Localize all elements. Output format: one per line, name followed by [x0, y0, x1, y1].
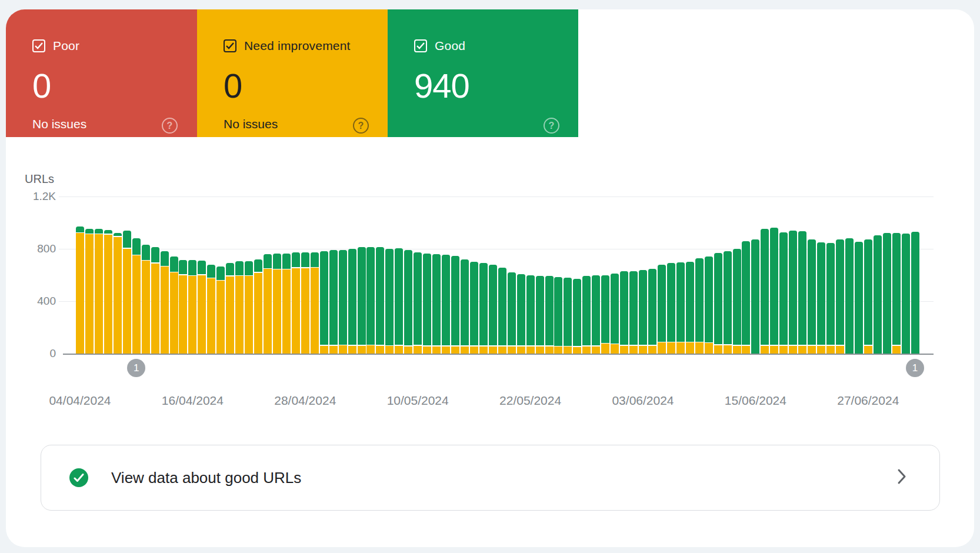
annotation-badge[interactable]: 1: [127, 359, 145, 377]
chart-bar[interactable]: [826, 243, 835, 354]
chart-bar[interactable]: [798, 231, 806, 354]
chart-bar[interactable]: [339, 250, 347, 354]
chart-bar[interactable]: [132, 238, 141, 354]
chart-bar[interactable]: [142, 245, 150, 354]
chart-bar[interactable]: [188, 260, 196, 354]
chart-bar[interactable]: [902, 234, 910, 354]
chart-bar[interactable]: [479, 263, 488, 354]
chart-bar[interactable]: [348, 249, 356, 354]
chart-bar[interactable]: [442, 255, 450, 354]
chart-bar[interactable]: [836, 239, 844, 354]
chart-bar[interactable]: [123, 231, 131, 354]
help-icon[interactable]: ?: [544, 118, 559, 134]
view-good-urls-card[interactable]: View data about good URLs: [41, 445, 940, 511]
chart-bar[interactable]: [808, 239, 816, 354]
chart-bar[interactable]: [508, 272, 516, 354]
chart-bar[interactable]: [620, 271, 628, 354]
chart-bar[interactable]: [573, 279, 581, 354]
chart-bar[interactable]: [779, 232, 788, 354]
chart-bar[interactable]: [161, 251, 169, 354]
chart-bar[interactable]: [705, 256, 713, 354]
chart-bar[interactable]: [470, 262, 478, 354]
chart-bar[interactable]: [648, 269, 656, 354]
chart-bar[interactable]: [883, 233, 891, 354]
chart-bar[interactable]: [114, 233, 122, 354]
chart-bar[interactable]: [198, 261, 206, 354]
chart-bar[interactable]: [216, 266, 225, 354]
chart-bar[interactable]: [892, 233, 901, 354]
chart-bar[interactable]: [742, 241, 750, 354]
chart-bar[interactable]: [301, 252, 309, 354]
chart-bar[interactable]: [245, 261, 253, 354]
chart-bar[interactable]: [695, 258, 704, 354]
help-icon[interactable]: ?: [162, 118, 178, 134]
chart-bar[interactable]: [817, 242, 825, 354]
chart-bar[interactable]: [104, 230, 112, 354]
need-improvement-checkbox-icon[interactable]: [224, 39, 236, 52]
chart-bar[interactable]: [751, 239, 759, 354]
good-segment: [855, 242, 863, 354]
chart-bar[interactable]: [526, 275, 535, 354]
chart-bar[interactable]: [395, 248, 403, 354]
chart-bar[interactable]: [498, 268, 506, 354]
chart-bar[interactable]: [911, 232, 919, 354]
chart-bar[interactable]: [76, 226, 84, 354]
chart-bar[interactable]: [404, 250, 412, 354]
chart-bar[interactable]: [761, 229, 769, 354]
chart-bar[interactable]: [432, 254, 441, 354]
chart-bar[interactable]: [414, 252, 422, 354]
chart-bar[interactable]: [179, 260, 187, 354]
chart-bar[interactable]: [639, 270, 647, 354]
chart-bar[interactable]: [874, 235, 882, 354]
chart-bar[interactable]: [582, 276, 591, 354]
chart-bar[interactable]: [151, 247, 159, 354]
chart-bar[interactable]: [517, 274, 525, 354]
chart-bar[interactable]: [554, 277, 562, 354]
chart-bar[interactable]: [770, 228, 778, 354]
chart-bar[interactable]: [282, 254, 291, 354]
good-checkbox-icon[interactable]: [414, 39, 427, 52]
chart-bar[interactable]: [85, 229, 94, 354]
chart-bar[interactable]: [564, 278, 572, 354]
chart-bar[interactable]: [385, 249, 394, 354]
chart-bar[interactable]: [733, 249, 741, 354]
chart-bar[interactable]: [170, 256, 178, 354]
chart-bar[interactable]: [855, 242, 863, 354]
chart-bar[interactable]: [667, 263, 675, 354]
chart-bar[interactable]: [95, 229, 103, 354]
annotation-badge[interactable]: 1: [906, 359, 924, 377]
chart-bar[interactable]: [629, 271, 638, 354]
chart-bar[interactable]: [329, 250, 338, 354]
chart-bar[interactable]: [451, 256, 459, 354]
chart-bar[interactable]: [320, 251, 328, 354]
chart-bar[interactable]: [207, 265, 215, 354]
chart-bar[interactable]: [226, 263, 234, 354]
chart-bar[interactable]: [658, 265, 666, 354]
chart-bar[interactable]: [536, 276, 544, 354]
chart-bar[interactable]: [366, 247, 375, 354]
chart-bar[interactable]: [376, 247, 384, 354]
chart-bar[interactable]: [724, 251, 732, 354]
chart-bar[interactable]: [311, 252, 319, 354]
chart-bar[interactable]: [845, 238, 854, 354]
chart-bar[interactable]: [423, 254, 431, 354]
chart-bar[interactable]: [789, 231, 797, 354]
chart-bar[interactable]: [592, 275, 600, 354]
chart-bar[interactable]: [601, 275, 609, 354]
chart-bar[interactable]: [545, 276, 554, 354]
chart-bar[interactable]: [254, 259, 262, 354]
chart-bar[interactable]: [292, 252, 300, 354]
help-icon[interactable]: ?: [353, 118, 369, 134]
poor-checkbox-icon[interactable]: [32, 39, 45, 52]
chart-bar[interactable]: [611, 274, 619, 354]
chart-bar[interactable]: [676, 262, 685, 354]
chart-bar[interactable]: [264, 254, 272, 354]
chart-bar[interactable]: [686, 262, 694, 354]
chart-bar[interactable]: [489, 265, 497, 354]
chart-bar[interactable]: [358, 247, 366, 354]
chart-bar[interactable]: [864, 239, 872, 354]
chart-bar[interactable]: [273, 254, 281, 354]
chart-bar[interactable]: [235, 261, 244, 354]
chart-bar[interactable]: [461, 259, 469, 354]
chart-bar[interactable]: [714, 253, 722, 354]
